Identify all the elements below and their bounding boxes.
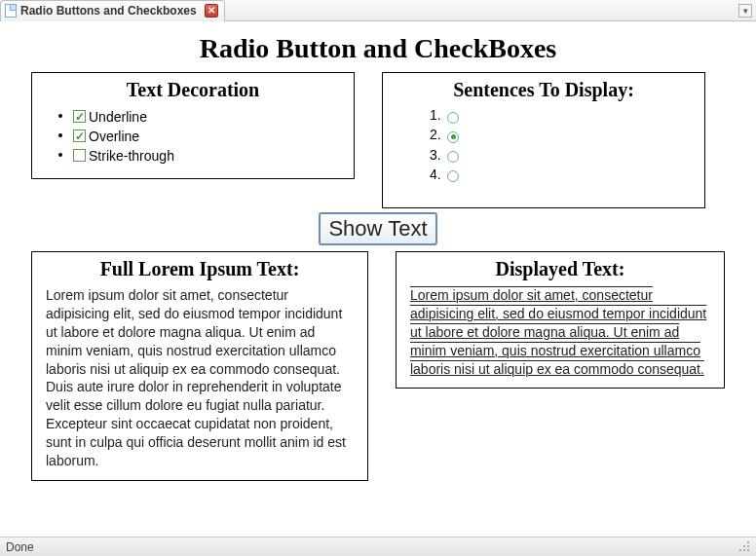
- text-decoration-title: Text Decoration: [46, 79, 340, 101]
- top-row: Text Decoration Underline Overline Strik…: [31, 72, 725, 208]
- resize-grip-icon[interactable]: [738, 540, 752, 554]
- show-button-row: Show Text: [31, 212, 725, 245]
- full-text-panel: Full Lorem Ipsum Text: Lorem ipsum dolor…: [31, 251, 368, 481]
- text-decoration-panel: Text Decoration Underline Overline Strik…: [31, 72, 355, 179]
- tab-title: Radio Buttons and Checkboxes: [20, 4, 197, 18]
- checkbox-strikethrough[interactable]: Strike-through: [73, 147, 174, 164]
- chevron-down-icon[interactable]: ▾: [738, 4, 752, 18]
- displayed-text-body: Lorem ipsum dolor sit amet, consectetur …: [410, 286, 710, 378]
- list-item: Underline: [73, 107, 340, 125]
- page-content: Radio Button and CheckBoxes Text Decorat…: [0, 21, 756, 537]
- list-item: Strike-through: [73, 146, 340, 164]
- list-item: 4.: [430, 167, 691, 183]
- status-text: Done: [6, 540, 34, 554]
- radio-4[interactable]: [447, 167, 459, 183]
- checkbox-label: Strike-through: [89, 148, 174, 164]
- list-item: 3.: [430, 147, 691, 164]
- bottom-row: Full Lorem Ipsum Text: Lorem ipsum dolor…: [31, 251, 725, 481]
- list-item: 1.: [430, 107, 691, 124]
- radio-number: 2.: [430, 127, 447, 142]
- show-text-button[interactable]: Show Text: [319, 212, 436, 245]
- full-text-body: Lorem ipsum dolor sit amet, consectetur …: [46, 286, 354, 470]
- document-icon: [5, 4, 17, 18]
- checkbox-underline[interactable]: Underline: [73, 108, 147, 125]
- radio-number: 4.: [430, 167, 447, 182]
- list-item: 2.: [430, 127, 691, 143]
- radio-number: 3.: [430, 147, 447, 163]
- sentences-title: Sentences To Display:: [397, 79, 691, 101]
- checkbox-label: Overline: [89, 129, 139, 144]
- full-text-title: Full Lorem Ipsum Text:: [46, 258, 354, 280]
- radio-2[interactable]: [447, 129, 459, 144]
- decoration-list: Underline Overline Strike-through: [46, 107, 340, 164]
- close-icon[interactable]: ✕: [205, 4, 218, 18]
- status-bar: Done: [0, 537, 756, 556]
- radio-3[interactable]: [447, 148, 459, 164]
- sentences-panel: Sentences To Display: 1. 2. 3. 4.: [382, 72, 705, 208]
- page-title: Radio Button and CheckBoxes: [31, 33, 725, 64]
- displayed-text-title: Displayed Text:: [410, 258, 710, 280]
- checkbox-label: Underline: [89, 109, 147, 125]
- displayed-text-panel: Displayed Text: Lorem ipsum dolor sit am…: [396, 251, 725, 389]
- list-item: Overline: [73, 127, 340, 144]
- radio-list: 1. 2. 3. 4.: [397, 107, 691, 183]
- tab-bar: Radio Buttons and Checkboxes ✕ ▾: [0, 0, 756, 21]
- browser-tab[interactable]: Radio Buttons and Checkboxes ✕: [0, 0, 225, 21]
- radio-number: 1.: [430, 107, 447, 123]
- radio-1[interactable]: [447, 108, 459, 124]
- checkbox-overline[interactable]: Overline: [73, 128, 139, 144]
